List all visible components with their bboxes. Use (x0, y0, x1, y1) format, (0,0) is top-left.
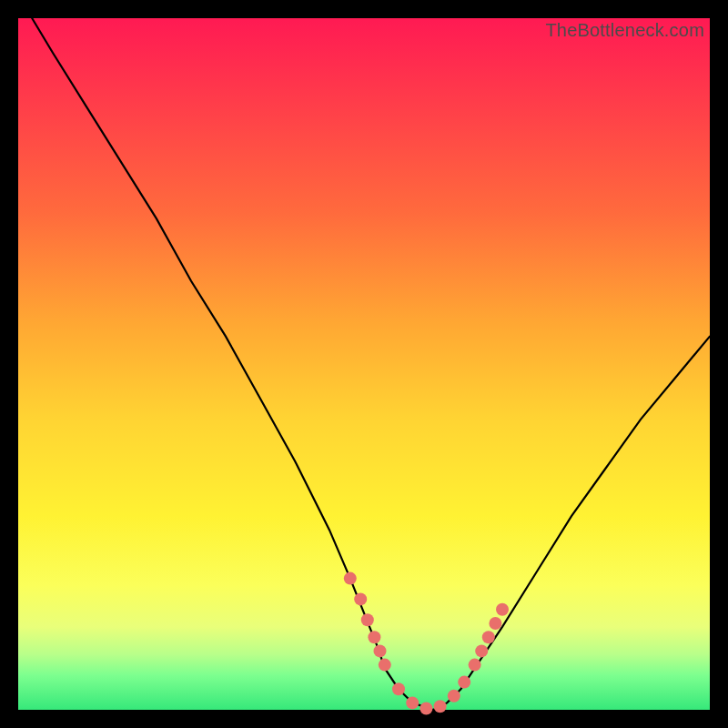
highlight-dot (361, 613, 374, 626)
highlight-dot (392, 682, 405, 695)
curve-layer (18, 18, 710, 710)
highlight-dot (344, 572, 357, 585)
highlight-dot (406, 696, 419, 709)
highlight-dot (482, 631, 495, 643)
highlight-dots (344, 572, 509, 715)
highlight-dot (379, 659, 391, 672)
highlight-dot (489, 617, 501, 630)
highlight-dot (434, 700, 447, 713)
highlight-dot (368, 631, 380, 643)
bottleneck-curve (32, 18, 710, 710)
highlight-dot (448, 690, 460, 703)
highlight-dot (458, 676, 470, 689)
highlight-dot (496, 603, 509, 616)
highlight-dot (475, 644, 488, 657)
highlight-dot (420, 703, 432, 715)
highlight-dot (469, 659, 481, 672)
chart-frame: TheBottleneck.com (18, 18, 710, 710)
highlight-dot (354, 592, 367, 605)
highlight-dot (374, 644, 387, 657)
